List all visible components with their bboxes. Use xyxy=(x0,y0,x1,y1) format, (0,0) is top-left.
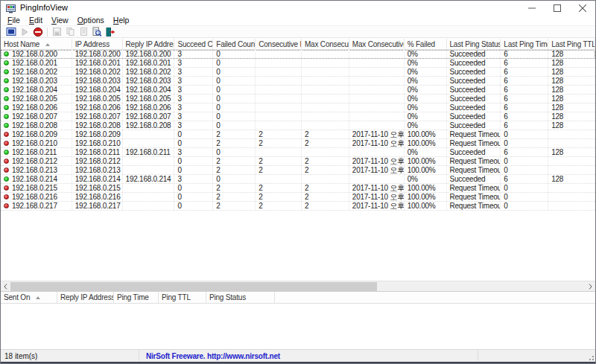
cell xyxy=(548,193,595,201)
menu-item-help[interactable]: Help xyxy=(109,16,134,25)
cell: 192.168.0.215 xyxy=(1,184,72,192)
table-row[interactable]: 192.168.0.210192.168.0.21002222017-11-10… xyxy=(1,139,595,148)
cell: 0 xyxy=(501,157,548,165)
scroll-left-arrow[interactable] xyxy=(1,281,10,292)
properties-button[interactable] xyxy=(77,26,90,38)
ping-success-icon xyxy=(4,123,9,128)
horizontal-scrollbar[interactable] xyxy=(1,281,595,291)
cell xyxy=(548,184,595,192)
table-row[interactable]: 192.168.0.201192.168.0.201192.168.0.2013… xyxy=(1,59,595,68)
ping-success-icon xyxy=(4,60,9,66)
cell xyxy=(123,139,175,147)
statusbar-divider xyxy=(139,351,139,361)
column-header-consecutive-f[interactable]: Consecutive F... xyxy=(256,39,302,50)
cell xyxy=(302,68,349,76)
cell: 0 xyxy=(501,184,548,192)
close-button[interactable] xyxy=(570,1,595,16)
sort-ascending-icon xyxy=(36,296,40,299)
copy-button[interactable] xyxy=(63,26,77,38)
menu-item-file[interactable]: File xyxy=(3,16,25,25)
column-header-max-consecutive[interactable]: Max Consecutive ... xyxy=(349,39,405,50)
table-row[interactable]: 192.168.0.205192.168.0.205192.168.0.2053… xyxy=(1,95,595,103)
cell: 192.168.0.202 xyxy=(72,68,123,76)
table-row[interactable]: 192.168.0.216192.168.0.21602222017-11-10… xyxy=(1,193,595,202)
cell: 192.168.0.217 xyxy=(1,202,72,210)
resume-button[interactable] xyxy=(18,26,31,38)
table-row[interactable]: 192.168.0.213192.168.0.21302222017-11-10… xyxy=(1,166,595,175)
cell: 0 xyxy=(213,148,256,156)
cell: 192.168.0.216 xyxy=(1,193,72,201)
column-header-last-ping-ttl[interactable]: Last Ping TTL xyxy=(548,39,595,50)
table-row[interactable]: 192.168.0.200192.168.0.200192.168.0.2003… xyxy=(1,50,595,59)
cell: 2 xyxy=(302,157,349,165)
cell: 100.00% xyxy=(405,139,447,147)
cell: 2017-11-10 오후 ... xyxy=(349,130,405,138)
column-header-max-consecut[interactable]: Max Consecut... xyxy=(302,39,349,50)
stop-button[interactable] xyxy=(31,26,45,38)
column-header-reply-ip-address[interactable]: Reply IP Address xyxy=(123,39,175,50)
table-row[interactable]: 192.168.0.208192.168.0.208192.168.0.2083… xyxy=(1,121,595,130)
menu-item-view[interactable]: View xyxy=(47,16,73,25)
cell: 192.168.0.203 xyxy=(1,77,72,85)
column-header-host-name[interactable]: Host Name xyxy=(1,39,72,50)
table-row[interactable]: 192.168.0.215192.168.0.21502222017-11-10… xyxy=(1,184,595,193)
column-header-reply-ip-address[interactable]: Reply IP Address xyxy=(57,292,114,304)
table-row[interactable]: 192.168.0.217192.168.0.21702222017-11-10… xyxy=(1,202,595,211)
cell: 0 xyxy=(174,157,213,165)
table-row[interactable]: 192.168.0.214192.168.0.214192.168.0.2143… xyxy=(1,175,595,184)
cell: 0% xyxy=(405,112,447,121)
column-header-last-ping-time[interactable]: Last Ping Time xyxy=(501,39,548,50)
stop-icon xyxy=(33,27,43,37)
cell: 2017-11-10 오후 ... xyxy=(349,166,405,174)
cell: 192.168.0.214 xyxy=(123,175,175,183)
column-header-ping-time[interactable]: Ping Time xyxy=(114,292,159,304)
exit-button[interactable] xyxy=(104,26,117,38)
minimize-button[interactable] xyxy=(519,1,545,16)
table-row[interactable]: 192.168.0.207192.168.0.207192.168.0.2073… xyxy=(1,112,595,121)
play-icon xyxy=(20,28,29,36)
resize-grip[interactable] xyxy=(587,354,595,361)
scroll-right-arrow[interactable] xyxy=(586,281,595,292)
cell: 128 xyxy=(548,95,595,103)
cell xyxy=(302,175,349,183)
column-header-last-ping-status[interactable]: Last Ping Status xyxy=(447,39,501,50)
table-row[interactable]: 192.168.0.204192.168.0.204192.168.0.2043… xyxy=(1,86,595,95)
table-row[interactable]: 192.168.0.211192.168.0.211192.168.0.2113… xyxy=(1,148,595,157)
cell: 0 xyxy=(501,166,548,174)
cell: 192.168.0.202 xyxy=(1,68,72,76)
cell: 2017-11-10 오후 ... xyxy=(349,157,405,165)
table-row[interactable]: 192.168.0.206192.168.0.206192.168.0.2063… xyxy=(1,103,595,112)
cell: 0 xyxy=(501,193,548,201)
save-button[interactable] xyxy=(50,26,63,38)
cell: 192.168.0.203 xyxy=(72,77,123,85)
cell: 3 xyxy=(174,112,213,121)
cell xyxy=(256,112,302,121)
column-header-sent-on[interactable]: Sent On xyxy=(1,292,57,304)
table-row[interactable]: 192.168.0.212192.168.0.21202222017-11-10… xyxy=(1,157,595,166)
maximize-button[interactable] xyxy=(545,1,570,16)
find-button[interactable] xyxy=(90,26,104,38)
cell: 2 xyxy=(256,157,302,165)
menu-item-options[interactable]: Options xyxy=(73,16,109,25)
cell xyxy=(302,59,349,67)
ping-failed-icon xyxy=(4,194,9,199)
column-header-ip-address[interactable]: IP Address xyxy=(72,39,123,50)
column-header-failed-count[interactable]: Failed Count xyxy=(213,39,256,50)
cell xyxy=(349,121,405,130)
table-row[interactable]: 192.168.0.202192.168.0.202192.168.0.2023… xyxy=(1,68,595,77)
column-header-failed[interactable]: % Failed xyxy=(405,39,447,50)
nirsoft-link[interactable]: NirSoft Freeware. http://www.nirsoft.net xyxy=(146,352,280,360)
ping-options-button[interactable] xyxy=(4,26,18,38)
column-header-ping-ttl[interactable]: Ping TTL xyxy=(159,292,206,304)
table-row[interactable]: 192.168.0.209192.168.0.20902222017-11-10… xyxy=(1,130,595,139)
scrollbar-thumb[interactable] xyxy=(10,282,377,291)
cell: 0 xyxy=(174,193,213,201)
column-header-ping-status[interactable]: Ping Status xyxy=(206,292,275,304)
cell: 6 xyxy=(501,59,548,67)
column-header-succeed-co[interactable]: Succeed Co... xyxy=(174,39,213,50)
cell: 2 xyxy=(256,130,302,138)
title-bar[interactable]: PingInfoView xyxy=(1,1,595,16)
table-row[interactable]: 192.168.0.203192.168.0.203192.168.0.2033… xyxy=(1,77,595,86)
cell: 192.168.0.217 xyxy=(72,202,123,210)
menu-item-edit[interactable]: Edit xyxy=(25,16,47,25)
